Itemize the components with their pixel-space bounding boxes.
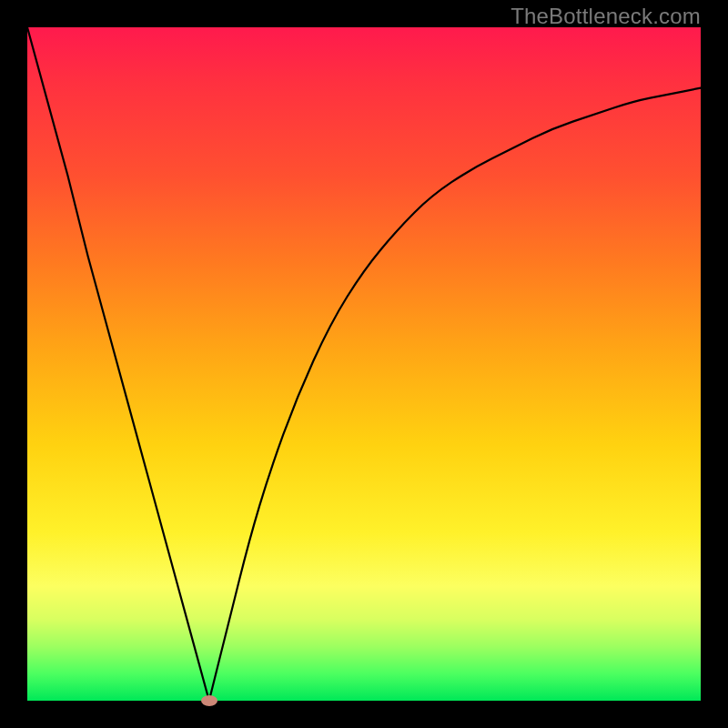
plot-area bbox=[27, 27, 701, 701]
chart-frame: TheBottleneck.com bbox=[0, 0, 728, 728]
min-point-marker bbox=[201, 695, 217, 706]
watermark-text: TheBottleneck.com bbox=[511, 4, 701, 29]
bottleneck-curve bbox=[27, 27, 701, 701]
